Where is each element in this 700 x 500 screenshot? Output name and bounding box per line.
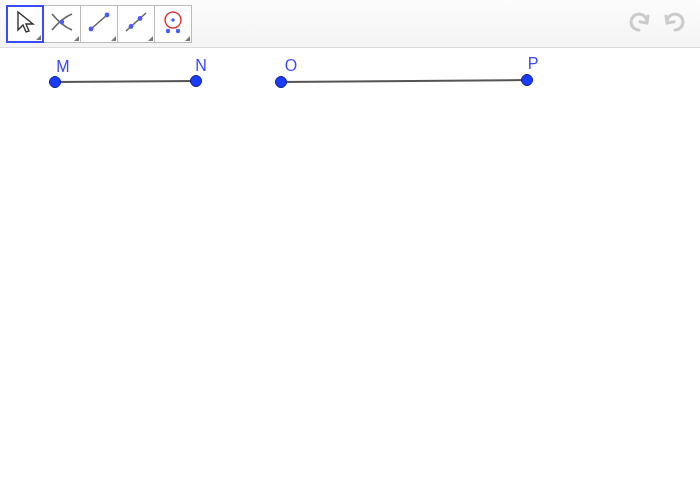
svg-line-4 <box>126 13 146 31</box>
svg-point-5 <box>129 24 134 29</box>
segment[interactable] <box>281 80 527 82</box>
compass-icon <box>159 8 187 40</box>
geometry-canvas[interactable]: MNOP <box>0 48 700 500</box>
point-P[interactable] <box>522 75 533 86</box>
cursor-icon <box>11 8 39 40</box>
history-controls <box>622 0 692 48</box>
point-label-M: M <box>56 58 69 76</box>
undo-icon <box>625 8 653 40</box>
redo-button[interactable] <box>658 7 692 41</box>
point-label-N: N <box>195 57 207 75</box>
chevron-down-icon <box>111 36 116 41</box>
svg-point-2 <box>89 26 94 31</box>
intersect-tool-button[interactable] <box>43 5 81 43</box>
svg-point-0 <box>60 19 64 23</box>
toolbar <box>0 0 700 48</box>
point-M[interactable] <box>50 77 61 88</box>
svg-point-8 <box>171 18 175 22</box>
segment[interactable] <box>55 81 196 82</box>
point-label-O: O <box>285 57 297 75</box>
ray-icon <box>122 8 150 40</box>
chevron-down-icon <box>185 36 190 41</box>
segment-tool-button[interactable] <box>80 5 118 43</box>
point-N[interactable] <box>191 76 202 87</box>
svg-point-10 <box>176 28 180 32</box>
segment-icon <box>85 8 113 40</box>
move-tool-button[interactable] <box>6 5 44 43</box>
chevron-down-icon <box>148 36 153 41</box>
point-label-P: P <box>528 55 539 73</box>
point-O[interactable] <box>276 77 287 88</box>
intersect-icon <box>48 8 76 40</box>
redo-icon <box>661 8 689 40</box>
svg-point-3 <box>105 12 110 17</box>
chevron-down-icon <box>36 35 41 40</box>
tool-group <box>6 5 192 43</box>
svg-line-1 <box>91 15 107 29</box>
svg-point-9 <box>166 28 170 32</box>
ray-tool-button[interactable] <box>117 5 155 43</box>
undo-button[interactable] <box>622 7 656 41</box>
compass-tool-button[interactable] <box>154 5 192 43</box>
chevron-down-icon <box>74 36 79 41</box>
svg-point-6 <box>138 16 143 21</box>
